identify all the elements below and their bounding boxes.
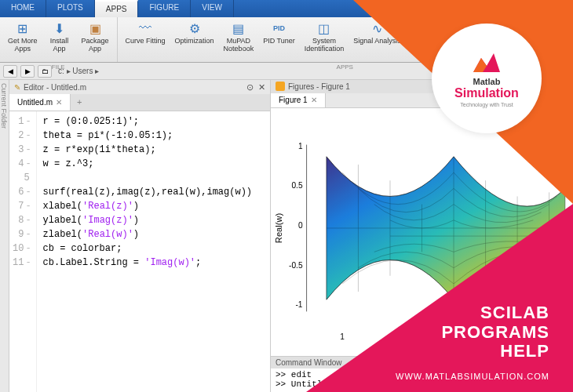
close-icon[interactable]: ✕ (311, 96, 317, 104)
tab-apps[interactable]: APPS (95, 0, 139, 17)
tab-plots[interactable]: PLOTS (46, 0, 95, 17)
brand-logo: Matlab Simulation Technology with Trust (432, 24, 542, 133)
tab-figure[interactable]: FIGURE (138, 0, 191, 17)
z-axis-label: Real(w) (274, 212, 283, 243)
apps-grid-icon: ⊞ (15, 20, 31, 36)
group-label-file: FILE (0, 64, 117, 71)
curve-fitting-button[interactable]: 〰 Curve Fitting (121, 19, 170, 60)
package-app-button[interactable]: ▣ Package App (77, 19, 114, 60)
svg-text:0.5: 0.5 (291, 181, 302, 190)
figure-icon (276, 82, 285, 91)
editor-title: Editor - Untitled.m (24, 83, 86, 92)
signal-icon: ∿ (369, 20, 385, 36)
install-app-button[interactable]: ⬇ Install App (42, 19, 77, 60)
file-tab-untitled[interactable]: Untitled.m ✕ (9, 94, 71, 111)
ribbon-group-file: ⊞ Get More Apps ⬇ Install App ▣ Package … (0, 17, 118, 62)
optimization-button[interactable]: ⚙ Optimization (170, 19, 219, 60)
promo-url: WWW.MATLABSIMULATION.COM (396, 372, 549, 381)
tab-view[interactable]: VIEW (191, 0, 234, 17)
editor-maximize-icon[interactable]: ⊙ (246, 82, 254, 93)
signal-analysis-button[interactable]: ∿ Signal Analysis (349, 19, 406, 60)
pid-icon: PID (271, 20, 286, 36)
system-icon: ◫ (316, 20, 332, 36)
svg-text:1: 1 (298, 141, 303, 150)
editor-close-icon[interactable]: ✕ (258, 82, 265, 93)
curve-icon: 〰 (137, 20, 153, 36)
mupad-button[interactable]: ▤ MuPAD Notebook (219, 19, 259, 60)
editor-title-bar: ✎ Editor - Untitled.m ⊙ ✕ (9, 80, 270, 94)
new-file-tab-button[interactable]: + (71, 94, 88, 111)
get-more-apps-button[interactable]: ⊞ Get More Apps (3, 19, 42, 60)
camera-icon: ▦ (420, 20, 436, 36)
package-icon: ▣ (87, 20, 103, 36)
svg-text:-0.5: -0.5 (289, 260, 303, 269)
close-icon[interactable]: ✕ (56, 98, 62, 107)
svg-text:0: 0 (298, 221, 303, 230)
edit-doc-icon: ✎ (14, 83, 20, 92)
svg-text:-1: -1 (296, 300, 303, 309)
download-icon: ⬇ (52, 20, 68, 36)
current-folder-panel[interactable]: Current Folder (0, 80, 9, 392)
file-tab-bar: Untitled.m ✕ + (9, 94, 270, 111)
system-id-button[interactable]: ◫ System Identification (300, 19, 349, 60)
code-editor[interactable]: 1-2-3-4-56-7-8-9-10-11- r = (0:0.025:1)'… (9, 111, 270, 392)
svg-text:1: 1 (340, 332, 345, 340)
svg-text:0.5: 0.5 (392, 340, 403, 349)
tab-home[interactable]: HOME (0, 0, 46, 17)
current-folder-title: Current Folder (0, 80, 8, 132)
logo-mark-icon (467, 50, 506, 77)
notebook-icon: ▤ (231, 20, 246, 36)
promo-headline: SCILAB PROGRAMS HELP (441, 303, 549, 361)
pid-tuner-button[interactable]: PID PID Tuner (258, 19, 300, 60)
editor-panel: ✎ Editor - Untitled.m ⊙ ✕ Untitled.m ✕ +… (9, 80, 271, 392)
figure-tab-1[interactable]: Figure 1 ✕ (271, 93, 326, 107)
top-tab-bar: HOME PLOTS APPS FIGURE VIEW (0, 0, 573, 17)
optimization-icon: ⚙ (187, 20, 203, 36)
